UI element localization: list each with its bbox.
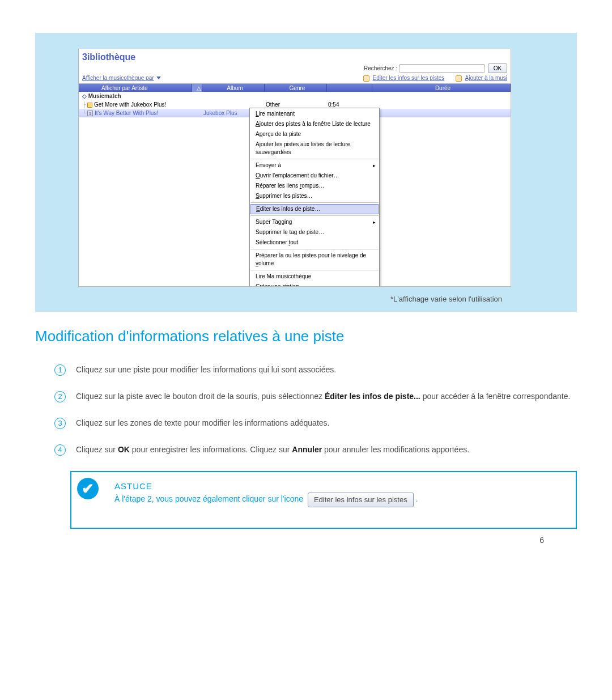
toolbar-links-row: Afficher la musicothèque par Editer les … <box>79 75 511 83</box>
menu-item[interactable]: Supprimer les pistes… <box>250 191 379 201</box>
toolbar-search-row: Recherchez : OK <box>79 62 511 75</box>
tip-box: ✔ ASTUCE À l'étape 2, vous pouvez égalem… <box>70 471 577 529</box>
tip-title: ASTUCE <box>114 480 567 493</box>
add-icon <box>456 75 462 82</box>
menu-item[interactable]: Supprimer le tag de piste… <box>250 227 379 237</box>
screenshot-panel: 3ibliothèque Recherchez : OK Afficher la… <box>35 33 577 312</box>
menu-item[interactable]: Super Tagging <box>250 217 379 227</box>
column-duration-lead <box>327 84 372 92</box>
menu-separator <box>250 270 379 270</box>
track-number-icon: 1 <box>87 111 93 116</box>
column-genre[interactable]: Genre <box>265 84 327 92</box>
menu-separator <box>250 202 379 203</box>
menu-item[interactable]: Créer une station <box>250 282 379 287</box>
check-icon: ✔ <box>77 478 99 499</box>
menu-item[interactable]: Réparer les liens rompus… <box>250 181 379 191</box>
menu-item[interactable]: Ouvrir l'emplacement du fichier… <box>250 171 379 181</box>
edit-icon <box>363 75 369 82</box>
search-label: Recherchez : <box>364 65 397 71</box>
menu-item[interactable]: Aperçu de la piste <box>250 129 379 139</box>
display-by-dropdown[interactable]: Afficher la musicothèque par <box>82 75 154 81</box>
tip-text: À l'étape 2, vous pouvez également cliqu… <box>114 495 303 504</box>
menu-item[interactable]: Lire maintenant <box>250 109 379 119</box>
instruction-step: 2 Cliquez sur la piste avec le bouton dr… <box>76 391 577 402</box>
disclaimer-text: *L'affichage varie selon l'utilisation <box>78 287 511 308</box>
menu-item[interactable]: Envoyer à <box>250 160 379 171</box>
edit-track-info-button-example: Editer les infos sur les pistes <box>308 493 414 507</box>
search-input[interactable] <box>400 64 484 73</box>
step-number-badge: 3 <box>54 418 66 429</box>
menu-item[interactable]: Sélectionner tout <box>250 237 379 248</box>
menu-item[interactable]: Lire Ma musicothèque <box>250 271 379 282</box>
menu-item[interactable]: Ajouter les pistes aux listes de lecture… <box>250 139 379 158</box>
section-heading: Modification d'informations relatives à … <box>35 328 577 345</box>
instruction-step: 4 Cliquez sur OK pour enregistrer les in… <box>76 444 577 455</box>
add-to-library-link[interactable]: Ajouter à la musi <box>456 75 507 82</box>
step-number-badge: 2 <box>54 391 66 402</box>
instruction-list: 1 Cliquez sur une piste pour modifier le… <box>35 364 577 455</box>
column-artist[interactable]: Afficher par Artiste <box>79 84 192 92</box>
chevron-down-icon <box>156 77 161 79</box>
menu-separator <box>250 159 379 159</box>
menu-item[interactable]: Ajouter des pistes à la fenêtre Liste de… <box>250 119 379 129</box>
library-window: 3ibliothèque Recherchez : OK Afficher la… <box>78 49 511 287</box>
menu-separator <box>250 215 379 216</box>
page-number: 6 <box>35 536 577 545</box>
ok-button[interactable]: OK <box>488 63 507 73</box>
menu-item[interactable]: Préparer la ou les pistes pour le nivela… <box>250 251 379 269</box>
column-album[interactable]: Album <box>202 84 265 92</box>
menu-item[interactable]: Editer les infos de piste… <box>250 204 379 214</box>
instruction-step: 1 Cliquez sur une piste pour modifier le… <box>76 364 577 375</box>
step-number-badge: 4 <box>54 444 66 456</box>
edit-track-info-link[interactable]: Editer les infos sur les pistes <box>363 75 445 82</box>
column-duration[interactable]: Durée <box>372 84 511 92</box>
lock-icon <box>87 103 92 108</box>
context-menu: Lire maintenantAjouter des pistes à la f… <box>249 108 380 287</box>
sort-indicator-icon[interactable]: △ <box>192 84 202 92</box>
column-header-row: Afficher par Artiste △ Album Genre Durée <box>79 83 511 92</box>
track-row-header[interactable]: ◇ Musicmatch <box>79 92 511 100</box>
instruction-step: 3 Cliquez sur les zones de texte pour mo… <box>76 418 577 429</box>
step-number-badge: 1 <box>54 364 66 376</box>
window-title: 3ibliothèque <box>79 52 511 62</box>
menu-separator <box>250 249 379 249</box>
